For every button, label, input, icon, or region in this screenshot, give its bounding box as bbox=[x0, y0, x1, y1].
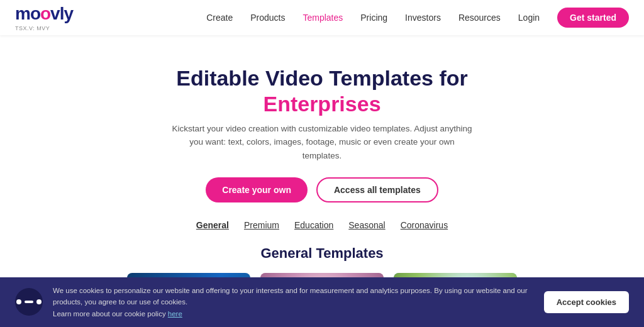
logo-text: moovly bbox=[15, 4, 73, 24]
logo[interactable]: moovly TSX.V: MVY bbox=[15, 4, 73, 31]
nav-item-resources[interactable]: Resources bbox=[458, 13, 501, 23]
tab-coronavirus[interactable]: Coronavirus bbox=[401, 220, 448, 230]
cookie-text: We use cookies to personalize our websit… bbox=[53, 285, 534, 319]
cookie-banner: We use cookies to personalize our websit… bbox=[0, 277, 644, 327]
tab-general[interactable]: General bbox=[196, 220, 229, 230]
accept-cookies-button[interactable]: Accept cookies bbox=[544, 291, 629, 313]
tab-premium[interactable]: Premium bbox=[244, 220, 279, 230]
nav-links: Create Products Templates Pricing Invest… bbox=[206, 8, 629, 28]
cookie-dot-right bbox=[36, 299, 42, 304]
section-title: General Templates bbox=[15, 245, 629, 262]
cookie-icon-inner bbox=[16, 299, 42, 304]
cookie-dot-left bbox=[16, 299, 21, 304]
nav-item-templates[interactable]: Templates bbox=[303, 13, 343, 23]
nav-item-create[interactable]: Create bbox=[206, 13, 233, 23]
cookie-icon bbox=[15, 288, 43, 316]
hero-title: Editable Video Templates for Enterprises bbox=[15, 65, 629, 117]
tab-seasonal[interactable]: Seasonal bbox=[348, 220, 385, 230]
hero-title-accent: Enterprises bbox=[263, 92, 380, 116]
nav-item-investors[interactable]: Investors bbox=[405, 13, 441, 23]
create-your-own-button[interactable]: Create your own bbox=[206, 177, 308, 202]
nav-item-pricing[interactable]: Pricing bbox=[360, 13, 387, 23]
tab-education[interactable]: Education bbox=[294, 220, 333, 230]
category-tabs: General Premium Education Seasonal Coron… bbox=[15, 220, 629, 230]
access-all-templates-button[interactable]: Access all templates bbox=[316, 177, 438, 202]
hero-subtitle: Kickstart your video creation with custo… bbox=[171, 122, 473, 163]
cookie-policy-link[interactable]: here bbox=[168, 310, 182, 318]
logo-sub: TSX.V: MVY bbox=[15, 25, 73, 31]
nav-item-products[interactable]: Products bbox=[250, 13, 285, 23]
navbar: moovly TSX.V: MVY Create Products Templa… bbox=[0, 0, 644, 35]
nav-login[interactable]: Login bbox=[518, 13, 540, 23]
hero-buttons: Create your own Access all templates bbox=[15, 177, 629, 202]
get-started-button[interactable]: Get started bbox=[557, 8, 629, 28]
cookie-link-bar bbox=[25, 301, 33, 303]
